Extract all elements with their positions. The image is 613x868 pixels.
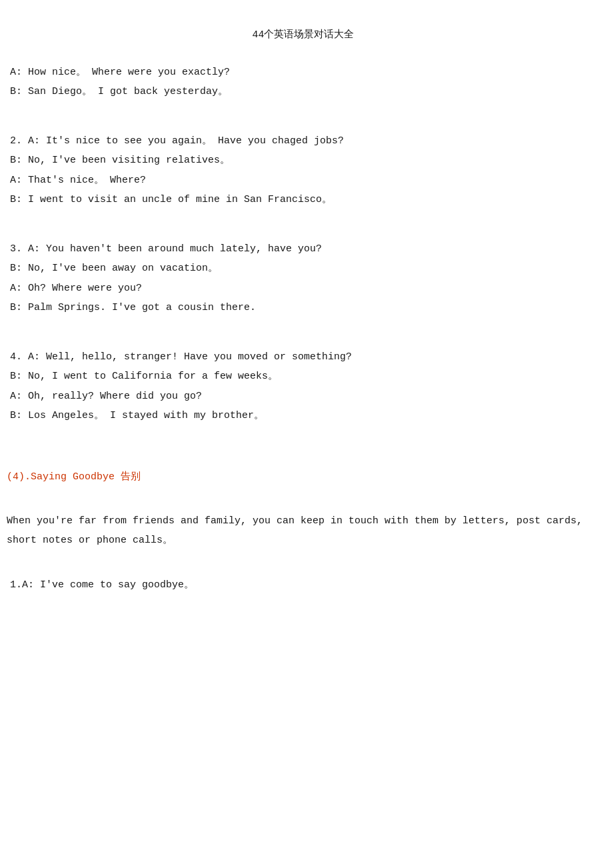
- dialog-line: A: Oh? Where were you?: [7, 280, 600, 297]
- section-3: 3. A: You haven't been around much latel…: [7, 241, 600, 317]
- dialog-line: 3. A: You haven't been around much latel…: [7, 241, 600, 258]
- dialog-line: B: Palm Springs. I've got a cousin there…: [7, 299, 600, 317]
- section-4: 4. A: Well, hello, stranger! Have you mo…: [7, 349, 600, 425]
- section-paragraph: When you're far from friends and family,…: [7, 512, 600, 550]
- section-top: A: How nice。 Where were you exactly? B: …: [7, 64, 600, 101]
- section-2: 2. A: It's nice to see you again。 Have y…: [7, 133, 600, 209]
- dialog-line: B: No, I went to California for a few we…: [7, 368, 600, 385]
- dialog-line: A: That's nice。 Where?: [7, 172, 600, 189]
- dialog-line: 2. A: It's nice to see you again。 Have y…: [7, 133, 600, 150]
- section-heading: (4).Saying Goodbye 告别: [7, 469, 600, 486]
- dialog-line: B: San Diego。 I got back yesterday。: [7, 83, 600, 101]
- dialog-line: A: How nice。 Where were you exactly?: [7, 64, 600, 81]
- dialog-line: 1.A: I've come to say goodbye。: [7, 577, 600, 594]
- dialog-line: A: Oh, really? Where did you go?: [7, 388, 600, 405]
- dialog-line: B: I went to visit an uncle of mine in S…: [7, 191, 600, 209]
- section-saying-goodbye: (4).Saying Goodbye 告别 When you're far fr…: [7, 469, 600, 594]
- dialog-line: B: No, I've been away on vacation。: [7, 260, 600, 277]
- page-container: 44个英语场景对话大全 A: How nice。 Where were you …: [7, 27, 600, 594]
- dialog-line: B: No, I've been visiting relatives。: [7, 152, 600, 169]
- dialog-line: 4. A: Well, hello, stranger! Have you mo…: [7, 349, 600, 366]
- dialog-line: B: Los Angeles。 I stayed with my brother…: [7, 407, 600, 425]
- page-title: 44个英语场景对话大全: [7, 27, 600, 44]
